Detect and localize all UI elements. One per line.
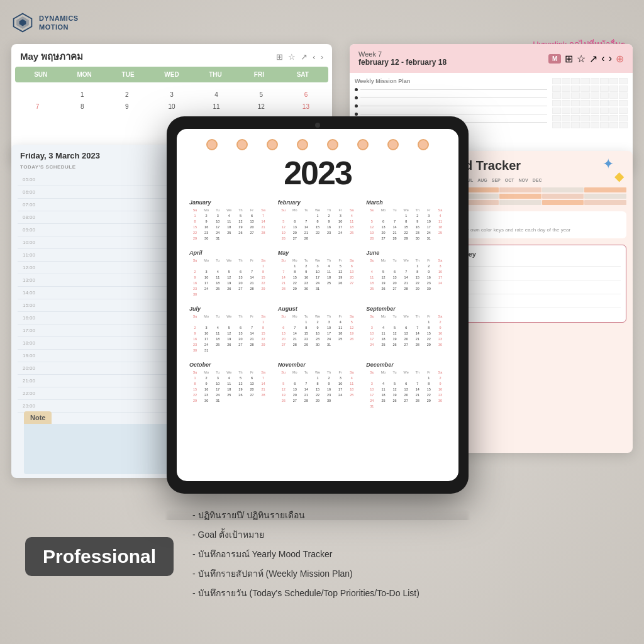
calendar-month-may: MaySuMoTuWeThFrSa12345678910111213141516… <box>275 247 360 299</box>
calendar-month-december: DecemberSuMoTuWeThFrSa123456789101112131… <box>364 359 448 411</box>
weekly-grid-cell <box>591 92 599 99</box>
weekly-grid-cell <box>571 86 580 92</box>
weekly-grid-cell <box>562 78 570 84</box>
schedule-time-row: 20:00 <box>18 362 181 375</box>
sparkle-star-icon: ✦ <box>602 156 614 172</box>
next-icon: › <box>321 52 323 62</box>
weekly-grid-cell <box>609 86 618 92</box>
weekly-grid-cell <box>571 78 580 84</box>
weekly-grid-cell <box>591 86 599 92</box>
calendar-year: 2023 <box>184 157 451 189</box>
main-container: DYNAMICS MOTION Hyperlink กดไปที่หน้าอื่… <box>0 0 644 644</box>
schedule-time-row: 21:00 <box>18 375 181 387</box>
calendar-month-february: februarySuMoTuWeThFrSa123456789101112131… <box>275 197 360 243</box>
note-body[interactable] <box>24 424 187 474</box>
weekly-grid-cell <box>580 78 589 84</box>
logo: DYNAMICS MOTION <box>11 11 79 34</box>
weekly-grid-cell <box>562 92 570 99</box>
weekly-grid-cell <box>619 122 628 128</box>
weekly-grid-cell <box>600 78 609 84</box>
weekly-grid-cell <box>619 115 628 121</box>
calendar-month-january: JanuarySuMoTuWeThFrSa1234567891011121314… <box>187 197 272 243</box>
schedule-subtitle: TODAY'S SCHEDULE <box>11 164 187 174</box>
grid-icon: ⊞ <box>276 52 283 62</box>
schedule-time-row: 22:00 <box>18 387 181 400</box>
weekly-grid-cell <box>619 92 628 99</box>
note-label: Note <box>24 411 52 424</box>
logo-text: DYNAMICS MOTION <box>39 14 79 32</box>
m-button[interactable]: M <box>548 54 561 64</box>
weekly-grid-cell <box>619 78 628 84</box>
may-toolbar-icons: ⊞ ☆ ↗ ‹ › <box>276 52 323 62</box>
weekly-grid-cell <box>571 115 580 121</box>
weekly-grid-cell <box>552 122 561 128</box>
weekly-grid-cell <box>562 86 570 92</box>
feature-item: - บันทึกรายวัน (Today's Schedule/Top Pri… <box>192 587 619 600</box>
bottom-section: Professional - ปฏิทินรายปี/ ปฏิทินรายเดื… <box>0 506 644 606</box>
schedule-time-row: 11:00 <box>18 249 181 262</box>
weekly-grid-cell <box>619 108 628 114</box>
tablet-screen: 2023 JanuarySuMoTuWeThFrSa12345678910111… <box>177 129 458 481</box>
weekly-grid-cell <box>591 100 599 106</box>
feature-item: - บันทึกอารมณ์ Yearly Mood Tracker <box>192 548 619 561</box>
weekly-grid-cell <box>600 108 609 114</box>
weekly-grid-cell <box>562 115 570 121</box>
weekly-toolbar: M ⊞ ☆ ↗ ‹ › ⊕ <box>548 53 624 65</box>
calendar-month-october: OctoberSuMoTuWeThFrSa1234567891011121314… <box>187 359 272 411</box>
weekly-grid-cell <box>571 100 580 106</box>
calendar-month-march: MarchSuMoTuWeThFrSa123456789101112131415… <box>364 197 448 243</box>
weekly-grid-cell <box>552 78 561 84</box>
star-icon: ☆ <box>288 52 296 62</box>
weekly-grid-cell <box>580 92 589 99</box>
calendar-month-august: AugustSuMoTuWeThFrSa12345678910111213141… <box>275 303 360 355</box>
schedule-time-row: 18:00 <box>18 337 181 350</box>
calendar-months-grid: JanuarySuMoTuWeThFrSa1234567891011121314… <box>184 197 451 411</box>
schedule-time-row: 07:00 <box>18 199 181 211</box>
schedule-time-row: 23:00 <box>18 400 181 413</box>
weekly-grid-cell <box>571 122 580 128</box>
week-date-range: february 12 - february 18 <box>358 58 447 67</box>
weekly-grid-cell <box>609 122 618 128</box>
weekly-grid-cell <box>580 122 589 128</box>
prev-icon: ‹ <box>601 53 604 64</box>
weekly-grid-cell <box>619 100 628 106</box>
weekly-grid-cell <box>600 115 609 121</box>
schedule-time-row: 06:00 <box>18 186 181 199</box>
calendar-month-july: JulySuMoTuWeThFrSa1234567891011121314151… <box>187 303 272 355</box>
tablet-camera <box>315 123 320 128</box>
weekly-grid-cell <box>591 78 599 84</box>
logo-icon <box>11 11 34 34</box>
weekly-grid-cell <box>600 100 609 106</box>
weekly-grid-cell <box>609 115 618 121</box>
weekly-grid-cell <box>580 108 589 114</box>
weekly-grid-cell <box>619 86 628 92</box>
weekly-grid-cell <box>562 100 570 106</box>
feature-item: - บันทึกรายสัปดาห์ (Weekly Mission Plan) <box>192 567 619 580</box>
schedule-time-row: 08:00 <box>18 211 181 224</box>
weekly-grid-cell <box>600 92 609 99</box>
weekly-grid <box>552 78 628 129</box>
feature-item: - ปฏิทินรายปี/ ปฏิทินรายเดือน <box>192 509 619 522</box>
schedule-time-row: 09:00 <box>18 224 181 236</box>
professional-badge: Professional <box>25 537 174 576</box>
daily-date: Friday, 3 March 2023 <box>20 151 100 160</box>
weekly-grid-cell <box>609 92 618 99</box>
share-icon: ↗ <box>589 53 597 65</box>
weekly-grid-cell <box>580 100 589 106</box>
plus-icon[interactable]: ⊕ <box>616 53 624 65</box>
schedule-time-row: 13:00 <box>18 274 181 287</box>
weekly-grid-cell <box>552 115 561 121</box>
feature-item: - Goal ตั้งเป้าหมาย <box>192 528 619 541</box>
weekly-grid-cell <box>580 86 589 92</box>
sparkle-diamond-icon: ◆ <box>614 169 624 184</box>
weekly-grid-cell <box>562 122 570 128</box>
weekly-grid-cell <box>591 122 599 128</box>
main-tablet: 2023 JanuarySuMoTuWeThFrSa12345678910111… <box>167 116 469 494</box>
weekly-grid-cell <box>552 92 561 99</box>
weekly-grid-cell <box>600 86 609 92</box>
calendar-month-november: NovemberSuMoTuWeThFrSa123456789101112131… <box>275 359 360 411</box>
schedule-time-row: 17:00 <box>18 325 181 337</box>
schedule-time-row: 14:00 <box>18 287 181 299</box>
schedule-time-rows: 05:0006:0007:0008:0009:0010:0011:0012:00… <box>11 174 187 413</box>
weekly-grid-cell <box>600 122 609 128</box>
